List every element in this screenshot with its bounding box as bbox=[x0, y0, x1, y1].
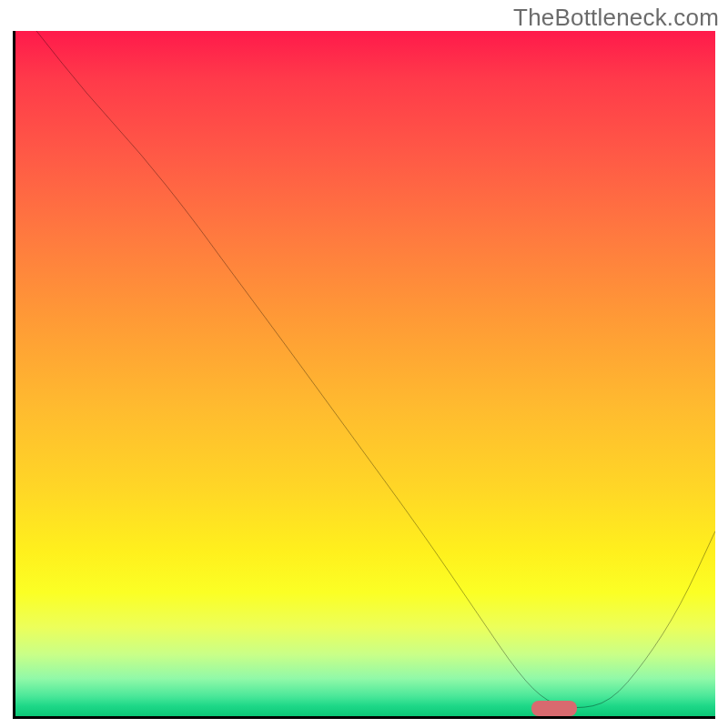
line-series bbox=[15, 31, 715, 716]
chart-container: TheBottleneck.com bbox=[0, 0, 728, 728]
curve-path bbox=[36, 31, 715, 708]
watermark-label: TheBottleneck.com bbox=[513, 4, 719, 32]
plot-area bbox=[13, 31, 715, 719]
optimal-marker bbox=[531, 701, 577, 716]
x-axis bbox=[13, 716, 715, 719]
